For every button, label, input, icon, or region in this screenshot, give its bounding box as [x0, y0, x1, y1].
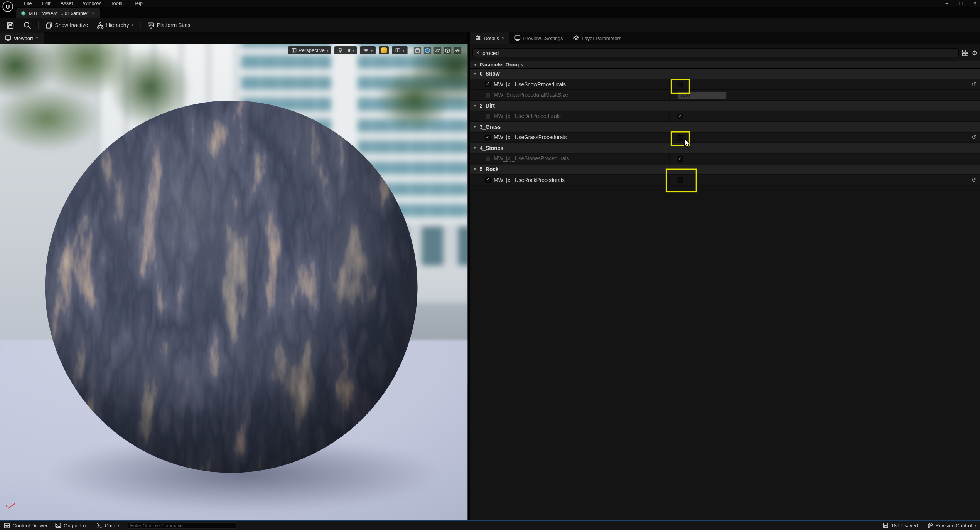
content-drawer-label: Content Drawer [12, 523, 47, 528]
tab-details[interactable]: Details × [470, 32, 509, 44]
menu-edit[interactable]: Edit [37, 0, 55, 7]
cmd-label: Cmd [105, 523, 115, 528]
show-inactive-button[interactable]: Show Inactive [42, 20, 92, 30]
param-row-use-stones-procedurals: MW_[x]_UseStonesProcedurals [470, 154, 980, 165]
category-label: 0_Snow [480, 71, 500, 77]
realtime-preview-toggle[interactable] [379, 46, 389, 54]
close-icon[interactable]: × [973, 0, 976, 7]
clear-search-icon[interactable]: × [476, 50, 479, 56]
override-checkbox[interactable] [485, 113, 491, 119]
category-row-rock[interactable]: ▼ 5_Rock [470, 164, 980, 175]
override-checkbox[interactable] [485, 135, 491, 140]
asset-tab-label: MTL_MWAM_...dExample* [29, 10, 89, 16]
value-checkbox[interactable] [678, 177, 683, 183]
param-row-use-dirt-procedurals: MW_[x]_UseDirtProcedurals [470, 111, 980, 122]
revision-control-button[interactable]: Revision Control ▾ [927, 522, 977, 528]
reset-to-default-icon[interactable]: ↺ [972, 175, 976, 185]
category-row-stones[interactable]: ▼ 4_Stones [470, 143, 980, 154]
lit-label: Lit [345, 47, 351, 53]
menu-tools[interactable]: Tools [106, 0, 127, 7]
preview-custom-mesh-button[interactable] [454, 47, 461, 54]
category-row-dirt[interactable]: ▼ 2_Dirt [470, 101, 980, 111]
minimize-icon[interactable]: – [946, 0, 948, 7]
settings-gear-icon[interactable]: ⚙ [972, 50, 978, 56]
browse-to-asset-button[interactable] [19, 19, 35, 31]
override-checkbox[interactable] [485, 81, 491, 87]
close-tab-icon[interactable]: × [35, 35, 39, 41]
preview-settings-tab-label: Preview...Settings [523, 35, 563, 41]
value-checkbox[interactable] [678, 81, 683, 87]
value-checkbox[interactable] [678, 135, 683, 140]
platform-stats-button[interactable]: Platform Stats [144, 20, 194, 30]
axis-gizmo: Z x [5, 481, 27, 510]
details-content: × ⚙ ▼ Parameter Groups ▼ [470, 44, 980, 520]
preview-cube-button[interactable] [444, 47, 451, 54]
chevron-down-icon: ▾ [353, 49, 354, 52]
preview-sphere-button[interactable] [424, 47, 431, 54]
override-checkbox[interactable] [485, 177, 491, 183]
value-checkbox[interactable] [678, 113, 683, 119]
param-row-snow-mask-size: MW_SnowProceduralMaskSize 32.0 [470, 90, 980, 101]
category-row-snow[interactable]: ▼ 0_Snow [470, 69, 980, 79]
menu-file[interactable]: File [19, 0, 37, 7]
menu-asset[interactable]: Asset [56, 0, 78, 7]
param-row-use-rock-procedurals: MW_[x]_UseRockProcedurals ↺ [470, 175, 980, 186]
preview-shape-buttons [414, 47, 461, 54]
parameter-groups-header[interactable]: ▼ Parameter Groups [470, 61, 980, 69]
viewport-canvas[interactable]: Perspective ▾ Lit ▾ ▾ [0, 44, 467, 520]
show-flags-dropdown[interactable]: ▾ [360, 46, 376, 54]
maximize-icon[interactable]: □ [960, 0, 962, 7]
perspective-icon [291, 47, 297, 53]
viewport-layout-dropdown[interactable]: ▾ [392, 46, 407, 54]
tab-viewport[interactable]: Viewport × [0, 32, 44, 44]
reset-to-default-icon[interactable]: ↺ [972, 79, 976, 89]
category-row-grass[interactable]: ▼ 3_Grass [470, 122, 980, 133]
chevron-down-icon: ▾ [118, 523, 119, 527]
reset-to-default-icon[interactable]: ↺ [972, 133, 976, 143]
param-row-use-snow-procedurals: MW_[x]_UseSnowProcedurals ↺ [470, 79, 980, 90]
sphere-icon [424, 47, 430, 53]
console-type-dropdown[interactable]: Cmd ▾ [96, 522, 120, 528]
output-log-button[interactable]: Output Log [55, 522, 89, 528]
main-toolbar: Show Inactive Hierarchy ▾ Platform Stats [0, 18, 980, 32]
menu-window[interactable]: Window [78, 0, 106, 7]
viewport-icon [5, 35, 11, 41]
perspective-dropdown[interactable]: Perspective ▾ [288, 46, 332, 54]
save-button[interactable] [2, 19, 18, 31]
chevron-down-icon: ▾ [327, 49, 328, 52]
override-checkbox[interactable] [485, 92, 491, 98]
close-tab-icon[interactable]: × [92, 10, 95, 16]
search-box[interactable]: × [472, 48, 959, 57]
tab-preview-settings[interactable]: Preview...Settings [509, 32, 568, 44]
revision-control-label: Revision Control [935, 523, 972, 528]
search-input[interactable] [482, 50, 955, 56]
tab-layer-parameters[interactable]: Layer Parameters [568, 32, 627, 44]
plane-icon [434, 47, 440, 53]
axis-x-label: x [6, 503, 8, 508]
hierarchy-button[interactable]: Hierarchy ▾ [93, 20, 137, 30]
asset-tab[interactable]: MTL_MWAM_...dExample* × [16, 8, 100, 18]
axis-z-label: Z [12, 483, 15, 488]
close-tab-icon[interactable]: × [501, 35, 504, 41]
float-value-field[interactable]: 32.0 [678, 91, 726, 98]
viewport-tab-label: Viewport [14, 35, 33, 41]
unsaved-changes-button[interactable]: 18 Unsaved [882, 522, 918, 528]
unreal-logo-icon: U [2, 1, 13, 12]
menu-help[interactable]: Help [127, 0, 148, 7]
value-checkbox[interactable] [678, 156, 683, 162]
lit-dropdown[interactable]: Lit ▾ [334, 46, 357, 54]
console-command-input[interactable] [127, 522, 237, 529]
terminal-icon [96, 522, 102, 528]
view-options-icon[interactable] [962, 49, 969, 56]
preview-cylinder-button[interactable] [414, 47, 421, 54]
revision-control-icon [927, 522, 933, 528]
layer-parameters-tab-label: Layer Parameters [582, 35, 621, 41]
override-checkbox[interactable] [485, 156, 491, 162]
output-log-label: Output Log [64, 523, 88, 528]
preview-plane-button[interactable] [434, 47, 441, 54]
asset-tab-row: MTL_MWAM_...dExample* × [0, 7, 980, 18]
sliders-icon [475, 35, 481, 41]
collapse-arrow-icon: ▼ [473, 125, 477, 129]
content-drawer-button[interactable]: Content Drawer [4, 522, 47, 528]
status-bar-right: 18 Unsaved Revision Control ▾ [882, 522, 976, 528]
